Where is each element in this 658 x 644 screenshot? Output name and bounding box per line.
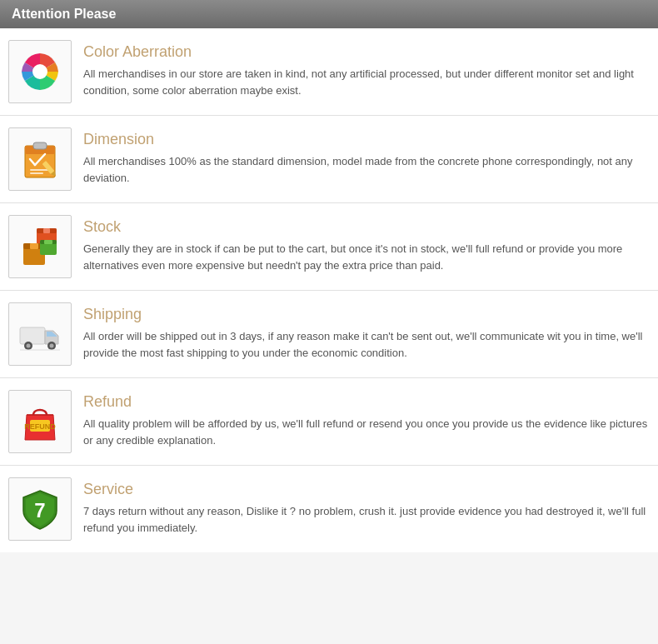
truck-icon	[18, 312, 62, 356]
color-wheel-icon	[18, 50, 62, 93]
list-item: Color Aberration All merchandises in our…	[0, 28, 658, 116]
shipping-desc: All order will be shipped out in 3 days,…	[83, 328, 650, 361]
header-title: Attention Please	[12, 7, 116, 21]
dimension-content: Dimension All merchandises 100% as the s…	[83, 127, 650, 186]
refund-content: Refund All quality problem will be affor…	[83, 390, 650, 448]
page-header: Attention Please	[0, 0, 658, 28]
color-aberration-content: Color Aberration All merchandises in our…	[83, 40, 650, 98]
color-aberration-icon-box	[8, 40, 72, 103]
service-icon-box: 7	[8, 477, 72, 541]
svg-rect-13	[43, 228, 50, 233]
items-list: Color Aberration All merchandises in our…	[0, 28, 658, 552]
dimension-desc: All merchandises 100% as the standard di…	[83, 153, 650, 186]
stock-title: Stock	[83, 218, 650, 236]
svg-rect-19	[44, 240, 52, 244]
color-aberration-desc: All merchandises in our store are taken …	[83, 66, 650, 98]
stock-desc: Generally they are in stock if can be pu…	[83, 241, 650, 273]
svg-point-1	[32, 64, 47, 79]
svg-rect-16	[30, 243, 38, 249]
svg-rect-20	[20, 327, 45, 344]
dimension-icon-box	[8, 127, 72, 191]
list-item: REFUND Refund All quality problem will b…	[0, 378, 658, 466]
service-desc: 7 days return without any reason, Dislik…	[83, 503, 650, 536]
refund-icon-box: REFUND	[8, 390, 72, 453]
svg-point-24	[50, 344, 54, 348]
refund-desc: All quality problem will be afforded by …	[83, 416, 650, 448]
service-content: Service 7 days return without any reason…	[83, 477, 650, 536]
svg-rect-4	[33, 142, 47, 149]
page-container: Attention Please	[0, 0, 658, 552]
svg-point-22	[27, 344, 31, 348]
boxes-icon	[18, 225, 62, 268]
list-item: Dimension All merchandises 100% as the s…	[0, 116, 658, 203]
shipping-icon-box	[8, 302, 72, 366]
shipping-title: Shipping	[83, 306, 650, 323]
svg-rect-8	[30, 172, 43, 174]
stock-icon-box	[8, 215, 72, 278]
shield-7-icon: 7	[18, 487, 62, 531]
color-aberration-title: Color Aberration	[83, 43, 650, 61]
list-item: Shipping All order will be shipped out i…	[0, 291, 658, 378]
list-item: 7 Service 7 days return without any reas…	[0, 466, 658, 552]
shopping-bag-icon: REFUND	[18, 400, 62, 443]
svg-text:REFUND: REFUND	[24, 422, 56, 431]
clipboard-icon	[18, 137, 62, 181]
svg-text:7: 7	[34, 499, 45, 522]
list-item: Stock Generally they are in stock if can…	[0, 203, 658, 291]
refund-title: Refund	[83, 393, 650, 411]
dimension-title: Dimension	[83, 131, 650, 148]
stock-content: Stock Generally they are in stock if can…	[83, 215, 650, 273]
service-title: Service	[83, 481, 650, 498]
shipping-content: Shipping All order will be shipped out i…	[83, 302, 650, 361]
